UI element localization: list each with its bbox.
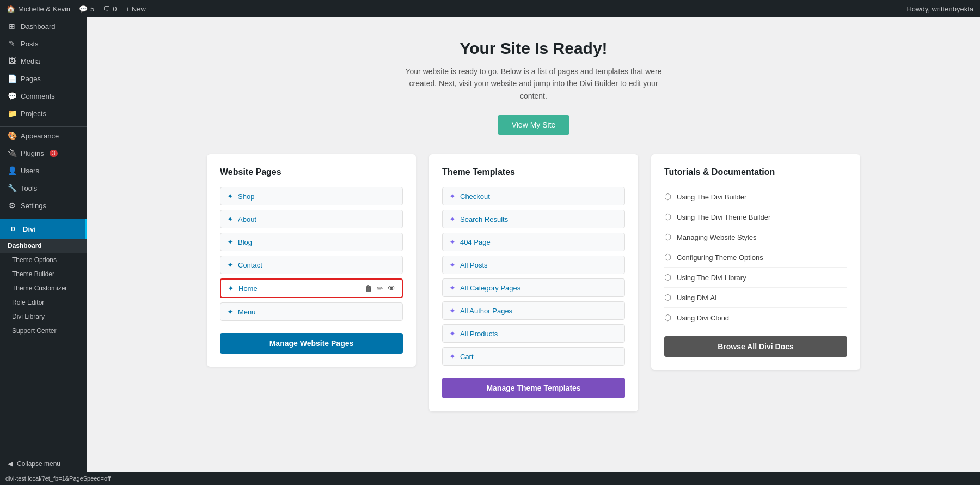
edit-home-button[interactable]: ✏	[377, 284, 383, 293]
collapse-icon: ◀	[8, 460, 13, 468]
plugins-icon: 🔌	[8, 149, 16, 157]
tutorials-title: Tutorials & Documentation	[664, 167, 847, 177]
collapse-menu-button[interactable]: ◀ Collapse menu	[0, 456, 87, 472]
sidebar-item-settings[interactable]: ⚙ Settings	[0, 197, 87, 214]
template-icon-404: ✦	[449, 238, 456, 246]
admin-bar: 🏠 Michelle & Kevin 💬 5 🗨 0 + New Howdy, …	[0, 0, 980, 17]
home-item-actions: 🗑 ✏ 👁	[365, 284, 395, 293]
admin-bar-site[interactable]: 🏠 Michelle & Kevin	[7, 5, 70, 13]
template-icon-checkout: ✦	[449, 192, 456, 201]
template-item-checkout[interactable]: ✦ Checkout	[442, 187, 625, 205]
page-title: Your Site Is Ready!	[460, 39, 607, 58]
template-item-search-results[interactable]: ✦ Search Results	[442, 210, 625, 228]
page-item-home[interactable]: ✦ Home 🗑 ✏ 👁	[220, 278, 403, 298]
doc-icon-3: ⬡	[664, 232, 671, 242]
view-site-button[interactable]: View My Site	[498, 115, 570, 135]
page-item-blog[interactable]: ✦ Blog	[220, 233, 403, 251]
comments-sidebar-icon: 💬	[8, 92, 16, 100]
template-icon-cart: ✦	[449, 352, 456, 361]
sidebar-item-posts[interactable]: ✎ Posts	[0, 35, 87, 52]
manage-theme-templates-button[interactable]: Manage Theme Templates	[442, 378, 625, 398]
sidebar-item-plugins[interactable]: 🔌 Plugins 3	[0, 144, 87, 162]
sidebar-item-divi[interactable]: D Divi	[0, 219, 87, 239]
doc-icon-2: ⬡	[664, 212, 671, 222]
divi-theme-builder[interactable]: Theme Builder	[0, 267, 87, 281]
wp-logo-icon: 🏠	[7, 5, 15, 13]
sidebar-item-users[interactable]: 👤 Users	[0, 162, 87, 179]
comment-count-icon: 🗨	[103, 5, 110, 13]
doc-icon-5: ⬡	[664, 272, 671, 282]
page-icon-blog: ✦	[227, 238, 234, 246]
page-icon-about: ✦	[227, 215, 234, 223]
theme-templates-title: Theme Templates	[442, 167, 625, 177]
comments-icon: 💬	[79, 5, 88, 13]
page-item-menu[interactable]: ✦ Menu	[220, 302, 403, 321]
template-item-all-author[interactable]: ✦ All Author Pages	[442, 301, 625, 320]
doc-item-divi-builder[interactable]: ⬡ Using The Divi Builder	[664, 187, 847, 207]
doc-icon-1: ⬡	[664, 192, 671, 202]
sidebar-item-comments[interactable]: 💬 Comments	[0, 87, 87, 105]
main-content: Your Site Is Ready! Your website is read…	[87, 17, 980, 472]
doc-icon-4: ⬡	[664, 252, 671, 262]
divi-library[interactable]: Divi Library	[0, 310, 87, 324]
template-icon-search-results: ✦	[449, 215, 456, 223]
template-item-all-category[interactable]: ✦ All Category Pages	[442, 278, 625, 297]
template-item-all-products[interactable]: ✦ All Products	[442, 324, 625, 343]
doc-item-divi-ai[interactable]: ⬡ Using Divi AI	[664, 288, 847, 308]
divi-logo-icon: D	[8, 223, 19, 234]
dashboard-icon: ⊞	[8, 22, 16, 31]
template-item-404[interactable]: ✦ 404 Page	[442, 233, 625, 251]
sidebar-item-media[interactable]: 🖼 Media	[0, 52, 87, 70]
doc-icon-7: ⬡	[664, 313, 671, 323]
sidebar-item-dashboard[interactable]: ⊞ Dashboard	[0, 17, 87, 35]
page-item-shop[interactable]: ✦ Shop	[220, 187, 403, 205]
users-icon: 👤	[8, 166, 16, 175]
doc-icon-6: ⬡	[664, 293, 671, 302]
manage-website-pages-button[interactable]: Manage Website Pages	[220, 333, 403, 354]
delete-home-button[interactable]: 🗑	[365, 284, 372, 293]
website-pages-card: Website Pages ✦ Shop ✦ About ✦ Blog ✦ Co…	[207, 154, 416, 367]
doc-item-website-styles[interactable]: ⬡ Managing Website Styles	[664, 227, 847, 247]
tools-icon: 🔧	[8, 184, 16, 192]
appearance-icon: 🎨	[8, 131, 16, 140]
view-home-button[interactable]: 👁	[388, 284, 395, 293]
doc-item-divi-library[interactable]: ⬡ Using The Divi Library	[664, 268, 847, 288]
sidebar-item-pages[interactable]: 📄 Pages	[0, 70, 87, 87]
template-icon-all-author: ✦	[449, 306, 456, 315]
sidebar: ⊞ Dashboard ✎ Posts 🖼 Media 📄 Pages 💬 Co…	[0, 17, 87, 472]
admin-bar-new[interactable]: 🗨 0	[103, 5, 117, 13]
template-icon-all-posts: ✦	[449, 260, 456, 269]
admin-bar-user: Howdy, writtenbyekta	[906, 5, 973, 13]
page-icon-contact: ✦	[227, 260, 234, 269]
divi-role-editor[interactable]: Role Editor	[0, 295, 87, 310]
status-url: divi-test.local/?et_fb=1&PageSpeed=off	[5, 475, 111, 482]
admin-bar-comments[interactable]: 💬 5	[79, 5, 94, 13]
page-item-contact[interactable]: ✦ Contact	[220, 256, 403, 274]
divi-support-center[interactable]: Support Center	[0, 324, 87, 338]
doc-item-theme-options[interactable]: ⬡ Configuring Theme Options	[664, 247, 847, 268]
sidebar-item-tools[interactable]: 🔧 Tools	[0, 179, 87, 197]
doc-item-divi-cloud[interactable]: ⬡ Using Divi Cloud	[664, 308, 847, 328]
template-item-cart[interactable]: ✦ Cart	[442, 347, 625, 366]
posts-icon: ✎	[8, 39, 16, 48]
plugins-badge: 3	[50, 150, 58, 157]
page-subtitle: Your website is ready to go. Below is a …	[403, 65, 664, 102]
pages-icon: 📄	[8, 74, 16, 83]
template-icon-all-category: ✦	[449, 283, 456, 292]
admin-bar-add-new[interactable]: + New	[126, 5, 146, 13]
sidebar-item-projects[interactable]: 📁 Projects	[0, 105, 87, 122]
page-icon-menu: ✦	[227, 307, 234, 316]
template-item-all-posts[interactable]: ✦ All Posts	[442, 256, 625, 274]
doc-item-theme-builder[interactable]: ⬡ Using The Divi Theme Builder	[664, 207, 847, 227]
media-icon: 🖼	[8, 57, 16, 65]
projects-icon: 📁	[8, 109, 16, 118]
divi-theme-options[interactable]: Theme Options	[0, 253, 87, 267]
status-bar: divi-test.local/?et_fb=1&PageSpeed=off	[0, 472, 980, 485]
cards-row: Website Pages ✦ Shop ✦ About ✦ Blog ✦ Co…	[207, 154, 860, 411]
divi-dashboard[interactable]: Dashboard	[0, 239, 87, 253]
divi-theme-customizer[interactable]: Theme Customizer	[0, 281, 87, 295]
sidebar-item-appearance[interactable]: 🎨 Appearance	[0, 127, 87, 144]
page-item-about[interactable]: ✦ About	[220, 210, 403, 228]
website-pages-title: Website Pages	[220, 167, 403, 177]
browse-docs-button[interactable]: Browse All Divi Docs	[664, 336, 847, 357]
